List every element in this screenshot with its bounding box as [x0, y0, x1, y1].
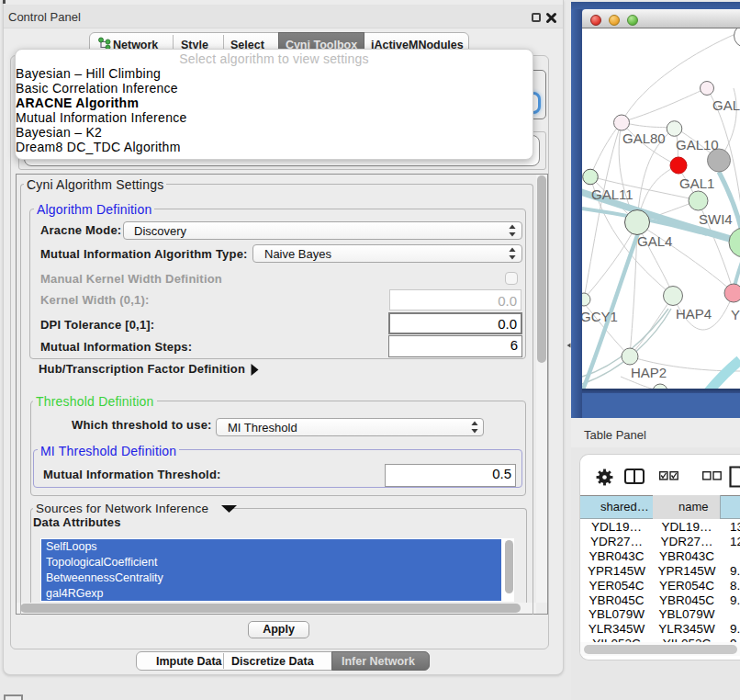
svg-text:HAP2: HAP2: [631, 365, 667, 380]
svg-text:HAP4: HAP4: [676, 306, 712, 322]
svg-text:GAL: GAL: [712, 97, 740, 113]
svg-text:GAL10: GAL10: [676, 137, 719, 152]
svg-text:Y: Y: [731, 307, 740, 322]
svg-text:GAL4: GAL4: [637, 233, 672, 249]
svg-text:GAL11: GAL11: [591, 186, 633, 202]
svg-text:SWI4: SWI4: [699, 211, 733, 227]
svg-text:GCY1: GCY1: [582, 309, 618, 324]
svg-text:GAL1: GAL1: [679, 175, 714, 191]
svg-text:GAL80: GAL80: [622, 130, 666, 146]
